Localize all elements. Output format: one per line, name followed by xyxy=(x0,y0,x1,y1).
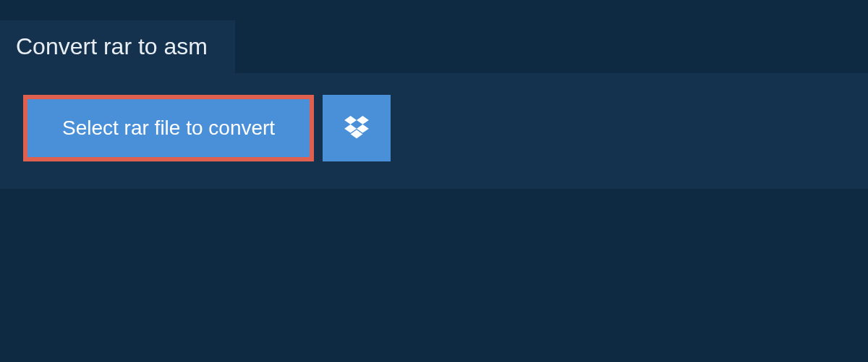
tab-title: Convert rar to asm xyxy=(16,33,208,60)
button-row: Select rar file to convert xyxy=(23,95,845,161)
dropbox-icon xyxy=(344,116,369,141)
select-file-button[interactable]: Select rar file to convert xyxy=(23,95,314,161)
convert-panel: Select rar file to convert xyxy=(0,73,868,189)
select-file-label: Select rar file to convert xyxy=(62,117,275,140)
dropbox-button[interactable] xyxy=(323,95,391,161)
tab-header: Convert rar to asm xyxy=(0,20,235,73)
